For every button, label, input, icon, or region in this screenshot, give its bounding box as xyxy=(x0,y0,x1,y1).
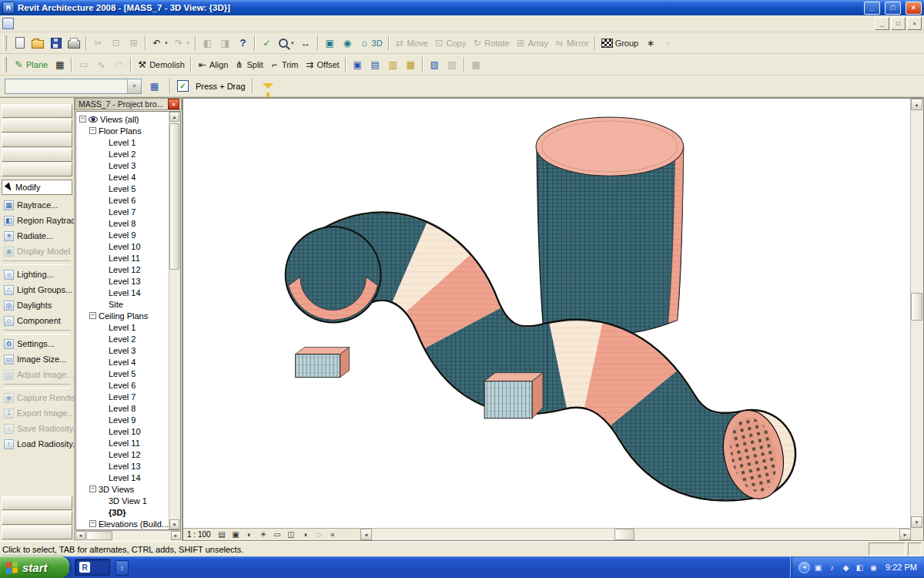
print-button[interactable] xyxy=(65,35,83,52)
tree-item[interactable]: 3D View 1 xyxy=(76,495,169,506)
restore-button[interactable]: □ xyxy=(885,2,901,15)
scroll-left-icon[interactable]: ◄ xyxy=(75,531,85,540)
align-button[interactable]: ⇤ Align xyxy=(194,56,231,73)
designbar-tab[interactable] xyxy=(2,163,72,176)
scroll-left-icon[interactable]: ◄ xyxy=(360,529,372,540)
taskbar-scroll-button[interactable]: ↕ xyxy=(116,560,129,576)
designbar-item[interactable] xyxy=(3,260,71,265)
snake-mass[interactable] xyxy=(285,226,792,504)
split-button[interactable]: ⋔ Split xyxy=(231,56,266,73)
tree-item[interactable]: 3D Views xyxy=(76,483,169,495)
tree-expander[interactable] xyxy=(89,486,96,492)
image-size-item[interactable]: ▭ Image Size... xyxy=(0,351,74,367)
scroll-up-icon[interactable]: ▲ xyxy=(911,99,922,110)
match-type-button[interactable]: ▦ xyxy=(402,56,420,73)
display-model-item[interactable]: ▣ Display Model xyxy=(0,244,74,259)
clock[interactable]: 9:22 PM xyxy=(886,563,917,572)
tree-item[interactable]: Level 4 xyxy=(76,171,169,183)
tree-item[interactable]: Level 13 xyxy=(76,275,169,287)
browser-horizontal-scrollbar[interactable]: ◄ ► xyxy=(75,530,181,541)
hide-icons-chevron[interactable]: ◂ xyxy=(798,562,810,573)
type-selector-combo[interactable]: ▼ xyxy=(5,79,142,94)
zoom-button[interactable] xyxy=(276,35,297,52)
toolbar-grip[interactable] xyxy=(3,35,7,51)
browser-vertical-scrollbar[interactable]: ▲ ▼ xyxy=(169,112,180,529)
close-button[interactable]: × xyxy=(906,2,922,15)
menu-item[interactable] xyxy=(60,22,71,26)
attach-button[interactable]: ∗ xyxy=(641,35,659,52)
array-button[interactable]: ⊞ Array xyxy=(513,35,551,52)
tree-item[interactable]: Level 2 xyxy=(76,333,169,344)
spline-button[interactable]: ∿ xyxy=(92,56,110,73)
crop-region-icon[interactable]: ▭ xyxy=(271,529,284,539)
paste-level-button[interactable]: ▤ xyxy=(367,56,384,73)
menu-item[interactable] xyxy=(38,22,49,26)
tree-item[interactable]: Level 4 xyxy=(76,356,169,368)
scroll-up-icon[interactable]: ▲ xyxy=(169,112,179,122)
export-image-item[interactable]: ↧ Export Image.. xyxy=(0,405,74,421)
designbar-item[interactable] xyxy=(3,330,71,334)
component-item[interactable]: ⌂ Component xyxy=(0,313,74,328)
model-3d[interactable] xyxy=(183,99,911,528)
viewport-horizontal-scrollbar[interactable]: ◄ ► xyxy=(360,528,911,540)
cut-button[interactable]: ✂ xyxy=(89,35,107,52)
menu-item[interactable] xyxy=(82,22,92,26)
tree-expander[interactable] xyxy=(79,116,86,123)
light-groups-item[interactable]: ∴ Light Groups... xyxy=(0,282,74,297)
designbar-tab-modify[interactable]: Modify xyxy=(2,180,72,195)
menu-item[interactable] xyxy=(17,22,28,26)
detach-button[interactable]: ▫ xyxy=(659,35,677,52)
save-radiosity-item[interactable]: ↓ Save Radiosity. xyxy=(0,421,74,436)
toolbar-button[interactable] xyxy=(71,57,72,72)
daylights-item[interactable]: ◎ Daylights xyxy=(0,297,74,313)
toolbar-button[interactable] xyxy=(195,35,196,51)
designbar-tab[interactable] xyxy=(2,496,72,510)
capture-rendering-item[interactable]: ◉ Capture Rende xyxy=(0,390,74,405)
menu-item[interactable] xyxy=(49,22,60,26)
work-plane-button[interactable]: ✎ Plane xyxy=(11,56,51,73)
designbar-tab[interactable] xyxy=(2,119,72,133)
tree-item[interactable]: Level 8 xyxy=(76,217,169,229)
tree-item[interactable]: Level 7 xyxy=(76,206,169,217)
tree-item[interactable]: Level 3 xyxy=(76,160,169,171)
shadows-icon[interactable]: ◐ xyxy=(243,529,256,539)
viewport-vertical-scrollbar[interactable]: ▲ ▼ xyxy=(910,99,923,528)
model-3d-canvas[interactable] xyxy=(183,99,911,528)
reveal-hidden-icon[interactable]: ◌ xyxy=(313,529,326,539)
tree-item[interactable]: Level 14 xyxy=(76,287,169,298)
group-button[interactable]: Group xyxy=(598,35,642,52)
start-button[interactable]: start xyxy=(0,556,69,578)
detail-level-icon[interactable]: ▤ xyxy=(216,529,229,539)
messenger-icon[interactable]: ◉ xyxy=(868,562,879,573)
edit-button[interactable]: ◧ xyxy=(199,35,216,52)
drawing-viewport[interactable]: ▲ ▼ 1 : 100 ▤▣◐☀▭◫◑◌« ◄ ► xyxy=(182,98,924,541)
save-button[interactable] xyxy=(47,35,65,52)
tree-item[interactable]: Level 12 xyxy=(76,449,169,460)
scroll-down-icon[interactable]: ▼ xyxy=(169,519,179,529)
toolbar-grip[interactable] xyxy=(3,57,7,72)
scale-label[interactable]: 1 : 100 xyxy=(186,530,215,539)
spelling-button[interactable]: ✓ xyxy=(258,35,276,52)
adjust-image-item[interactable]: ◫ Adjust Image... xyxy=(0,367,74,382)
display-icon[interactable]: ▣ xyxy=(812,562,824,573)
tower-mass[interactable] xyxy=(536,117,684,334)
toolbar-button[interactable] xyxy=(85,35,87,51)
designbar-tab[interactable] xyxy=(2,511,72,525)
copy-clipboard-button[interactable]: ⊡ xyxy=(107,35,125,52)
raytrace-item[interactable]: ▦ Raytrace... xyxy=(0,197,74,213)
lighting-item[interactable]: ☼ Lighting... xyxy=(0,267,74,282)
redo-button[interactable]: ↷ xyxy=(171,35,193,52)
tree-item[interactable]: Level 1 xyxy=(76,136,169,148)
render-box-button[interactable]: ▣ xyxy=(321,35,339,52)
tree-expander[interactable] xyxy=(89,312,96,319)
crop-visibility-icon[interactable]: ◫ xyxy=(285,529,298,539)
mdi-restore-button[interactable]: □ xyxy=(891,17,906,30)
designbar-tab[interactable] xyxy=(2,526,72,539)
tree-item[interactable]: Level 10 xyxy=(76,425,169,437)
entrance-box-2[interactable] xyxy=(484,373,543,418)
ref-plane-button[interactable]: ▭ xyxy=(75,56,92,73)
open-button[interactable] xyxy=(28,35,47,52)
mdi-minimize-button[interactable]: _ xyxy=(875,17,889,30)
project-browser-close-button[interactable]: × xyxy=(168,99,179,109)
volume-icon[interactable]: ♪ xyxy=(826,562,838,573)
